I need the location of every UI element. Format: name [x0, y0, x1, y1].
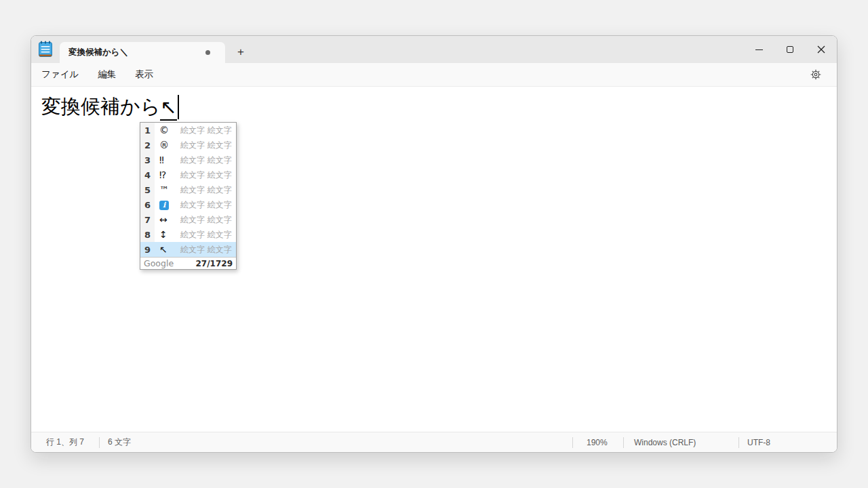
candidate-annotation: 絵文字 絵文字: [180, 140, 237, 151]
titlebar: 変換候補から＼ +: [31, 36, 837, 63]
candidate-glyph: ⁉: [155, 170, 180, 180]
encoding-status: UTF-8: [738, 437, 837, 448]
candidate-row[interactable]: 1©絵文字 絵文字: [140, 123, 236, 138]
notepad-icon: [38, 41, 53, 58]
candidate-footer: Google 27/1729: [140, 257, 236, 269]
settings-button[interactable]: [804, 65, 827, 84]
committed-text: 変換候補から: [41, 94, 160, 121]
google-ime-brand-label: Google: [140, 258, 196, 268]
candidate-annotation: 絵文字 絵文字: [180, 199, 237, 211]
gear-icon: [810, 68, 822, 81]
candidate-row[interactable]: 7↔絵文字 絵文字: [140, 212, 236, 227]
candidate-annotation: 絵文字 絵文字: [180, 184, 237, 196]
editor-area[interactable]: 変換候補から↖ 1©絵文字 絵文字2®絵文字 絵文字3‼絵文字 絵文字4⁉絵文字…: [31, 86, 837, 432]
char-count-status: 6 文字: [99, 437, 139, 448]
candidate-glyph: ↔: [155, 215, 180, 224]
candidate-index: 4: [140, 167, 155, 182]
candidate-glyph: ©: [155, 125, 180, 135]
candidate-annotation: 絵文字 絵文字: [180, 169, 237, 181]
candidate-annotation: 絵文字 絵文字: [180, 229, 237, 241]
information-emoji-icon: i: [159, 201, 169, 210]
notepad-window: 変換候補から＼ + ファイル 編集 表示: [31, 35, 837, 453]
candidate-counter: 27/1729: [196, 259, 236, 268]
candidate-list: 1©絵文字 絵文字2®絵文字 絵文字3‼絵文字 絵文字4⁉絵文字 絵文字5™絵文…: [140, 123, 236, 257]
ime-composing-text: ↖: [160, 96, 176, 121]
unsaved-indicator-dot: [205, 50, 210, 55]
candidate-row[interactable]: 9↖絵文字 絵文字: [140, 242, 236, 257]
menu-view[interactable]: 表示: [129, 66, 159, 83]
candidate-annotation: 絵文字 絵文字: [180, 244, 237, 256]
candidate-row[interactable]: 4⁉絵文字 絵文字: [140, 167, 236, 182]
text-caret: [178, 95, 179, 119]
candidate-index: 7: [140, 212, 155, 227]
candidate-glyph: ↕: [155, 230, 180, 239]
candidate-glyph: ™: [155, 185, 180, 195]
statusbar: 行 1、列 7 6 文字 190% Windows (CRLF) UTF-8: [31, 432, 837, 452]
maximize-button[interactable]: [774, 36, 806, 63]
minimize-icon: [755, 49, 763, 50]
candidate-annotation: 絵文字 絵文字: [180, 214, 237, 226]
candidate-index: 6: [140, 197, 155, 212]
candidate-index: 9: [140, 242, 155, 257]
document-text-line: 変換候補から↖: [41, 94, 179, 121]
menu-edit[interactable]: 編集: [92, 66, 122, 83]
candidate-index: 5: [140, 182, 155, 197]
candidate-index: 8: [140, 227, 155, 242]
candidate-row[interactable]: 8↕絵文字 絵文字: [140, 227, 236, 242]
candidate-annotation: 絵文字 絵文字: [180, 125, 237, 136]
zoom-level-status[interactable]: 190%: [572, 437, 623, 448]
line-ending-status: Windows (CRLF): [623, 437, 738, 448]
candidate-index: 3: [140, 152, 155, 167]
candidate-index: 2: [140, 138, 155, 152]
candidate-glyph: i: [155, 199, 180, 210]
candidate-index: 1: [140, 123, 155, 138]
maximize-icon: [787, 46, 793, 53]
close-button[interactable]: [806, 36, 837, 63]
tab-active[interactable]: 変換候補から＼: [60, 42, 225, 63]
close-icon: [817, 45, 825, 54]
new-tab-button[interactable]: +: [229, 42, 252, 62]
notepad-app-icon: [31, 36, 60, 63]
window-controls: [743, 36, 837, 63]
candidate-glyph: ‼: [155, 155, 180, 165]
candidate-glyph: ®: [155, 140, 180, 150]
minimize-button[interactable]: [743, 36, 774, 63]
menubar: ファイル 編集 表示: [31, 63, 837, 86]
menu-file[interactable]: ファイル: [35, 66, 85, 83]
candidate-glyph: ↖: [155, 245, 180, 254]
cursor-position-status: 行 1、列 7: [31, 437, 99, 448]
candidate-row[interactable]: 5™絵文字 絵文字: [140, 182, 236, 197]
candidate-row[interactable]: 2®絵文字 絵文字: [140, 138, 236, 152]
candidate-row[interactable]: 3‼絵文字 絵文字: [140, 152, 236, 167]
tab-title: 変換候補から＼: [68, 47, 205, 58]
ime-candidate-window: 1©絵文字 絵文字2®絵文字 絵文字3‼絵文字 絵文字4⁉絵文字 絵文字5™絵文…: [140, 122, 237, 270]
candidate-annotation: 絵文字 絵文字: [180, 155, 237, 166]
candidate-row[interactable]: 6i絵文字 絵文字: [140, 197, 236, 212]
